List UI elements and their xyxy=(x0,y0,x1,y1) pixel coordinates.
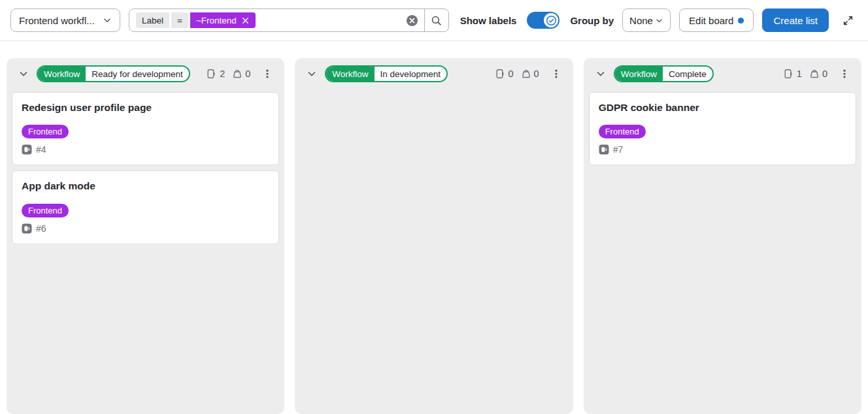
board-switcher-label: Frontend workfl... xyxy=(19,15,95,26)
issue-count: 1 xyxy=(784,69,802,79)
issue-card[interactable]: Redesign user profile page Frontend #4 xyxy=(12,92,279,165)
collapse-list-button[interactable] xyxy=(16,66,31,82)
issue-type-icon xyxy=(22,223,32,234)
edit-board-button[interactable]: Edit board xyxy=(679,8,754,32)
filter-token-value[interactable]: ~Frontend xyxy=(190,12,256,28)
issue-count-value: 2 xyxy=(220,69,225,79)
list-scoped-label[interactable]: Workflow In development xyxy=(325,65,448,82)
list-actions-menu-button[interactable] xyxy=(547,65,565,83)
label-pill[interactable]: Frontend xyxy=(599,125,646,138)
list-label-value: In development xyxy=(375,67,446,81)
list-label-value: Complete xyxy=(663,67,712,81)
collapse-list-button[interactable] xyxy=(304,66,320,82)
toggle-knob xyxy=(544,13,558,27)
notification-dot-icon xyxy=(738,18,744,24)
issue-reference: #6 xyxy=(36,223,46,234)
card-labels: Frontend xyxy=(22,204,269,217)
card-title[interactable]: GDPR cookie banner xyxy=(599,101,846,114)
check-circle-icon xyxy=(546,15,557,26)
issue-card[interactable]: App dark mode Frontend #6 xyxy=(12,170,279,244)
card-title[interactable]: App dark mode xyxy=(22,180,269,192)
weight-count: 0 xyxy=(232,69,250,79)
kebab-icon xyxy=(551,69,561,79)
weight-count: 0 xyxy=(521,69,539,79)
filter-bar[interactable]: Label = ~Frontend xyxy=(129,8,449,32)
search-icon xyxy=(431,15,442,26)
search-button[interactable] xyxy=(425,9,448,31)
group-by-dropdown[interactable]: None xyxy=(622,8,671,32)
expand-icon xyxy=(843,15,854,26)
issue-count-value: 0 xyxy=(509,69,514,79)
list-label-value: Ready for development xyxy=(86,67,189,81)
issue-board: Workflow Ready for development 2 0 xyxy=(0,41,868,414)
list-header: Workflow Complete 1 0 xyxy=(584,58,861,89)
list-header: Workflow In development 0 0 xyxy=(295,58,573,89)
chevron-down-icon xyxy=(307,69,317,79)
filter-token-operator[interactable]: = xyxy=(171,12,188,28)
issue-reference: #7 xyxy=(613,144,624,155)
create-list-button[interactable]: Create list xyxy=(762,8,829,32)
chevron-down-icon xyxy=(18,69,29,79)
issue-type-icon xyxy=(599,144,609,155)
issue-count: 0 xyxy=(495,69,514,79)
filter-token-key[interactable]: Label xyxy=(136,12,169,28)
issue-card[interactable]: GDPR cookie banner Frontend #7 xyxy=(589,92,856,165)
issue-count-value: 1 xyxy=(797,69,802,79)
clear-search-button[interactable] xyxy=(400,14,424,27)
issue-icon xyxy=(495,69,506,79)
label-pill[interactable]: Frontend xyxy=(22,125,69,138)
board-list-ready-for-development: Workflow Ready for development 2 0 xyxy=(7,58,284,414)
card-list: Redesign user profile page Frontend #4 A… xyxy=(7,89,284,249)
kebab-icon xyxy=(262,69,273,79)
filter-token-list: Label = ~Frontend xyxy=(129,12,400,28)
board-switcher-dropdown[interactable]: Frontend workfl... xyxy=(10,8,120,32)
list-actions-menu-button[interactable] xyxy=(835,65,854,83)
board-toolbar: Frontend workfl... Label = ~Frontend xyxy=(0,0,868,41)
list-scoped-label[interactable]: Workflow Ready for development xyxy=(37,65,190,82)
chevron-down-icon xyxy=(595,69,606,79)
list-actions-menu-button[interactable] xyxy=(258,65,276,83)
issue-icon xyxy=(207,69,217,79)
chevron-down-icon xyxy=(655,16,663,25)
list-label-scope: Workflow xyxy=(38,67,86,81)
chevron-down-icon xyxy=(103,16,112,25)
card-list: GDPR cookie banner Frontend #7 xyxy=(584,89,861,170)
expand-board-button[interactable] xyxy=(838,10,858,30)
kebab-icon xyxy=(839,69,850,79)
board-list-in-development: Workflow In development 0 0 xyxy=(295,58,573,414)
weight-count-value: 0 xyxy=(534,69,539,79)
show-labels-toggle[interactable] xyxy=(527,12,559,29)
card-meta: #4 xyxy=(22,144,269,155)
card-meta: #6 xyxy=(22,223,269,234)
weight-count: 0 xyxy=(809,69,827,79)
show-labels-label: Show labels xyxy=(460,15,517,26)
remove-token-icon[interactable] xyxy=(241,16,250,25)
weight-icon xyxy=(521,69,531,79)
weight-icon xyxy=(232,69,242,79)
card-meta: #7 xyxy=(599,144,846,155)
list-header: Workflow Ready for development 2 0 xyxy=(7,58,284,89)
filter-token-value-text: ~Frontend xyxy=(196,16,237,25)
card-labels: Frontend xyxy=(22,125,269,138)
weight-count-value: 0 xyxy=(245,69,250,79)
issue-reference: #4 xyxy=(36,144,46,155)
group-by-value: None xyxy=(629,15,653,26)
label-pill[interactable]: Frontend xyxy=(22,204,69,217)
weight-count-value: 0 xyxy=(822,69,827,79)
weight-icon xyxy=(809,69,820,79)
issue-type-icon xyxy=(22,144,32,155)
list-scoped-label[interactable]: Workflow Complete xyxy=(614,65,714,82)
issue-count: 2 xyxy=(207,69,225,79)
collapse-list-button[interactable] xyxy=(593,66,609,82)
card-labels: Frontend xyxy=(599,125,846,138)
card-title[interactable]: Redesign user profile page xyxy=(22,101,269,114)
edit-board-label: Edit board xyxy=(689,15,733,26)
clear-circle-icon xyxy=(406,14,418,27)
list-label-scope: Workflow xyxy=(326,67,374,81)
board-list-complete: Workflow Complete 1 0 xyxy=(584,58,861,414)
list-label-scope: Workflow xyxy=(615,67,663,81)
card-list xyxy=(295,89,573,97)
issue-icon xyxy=(784,69,794,79)
group-by-label: Group by xyxy=(570,15,614,26)
